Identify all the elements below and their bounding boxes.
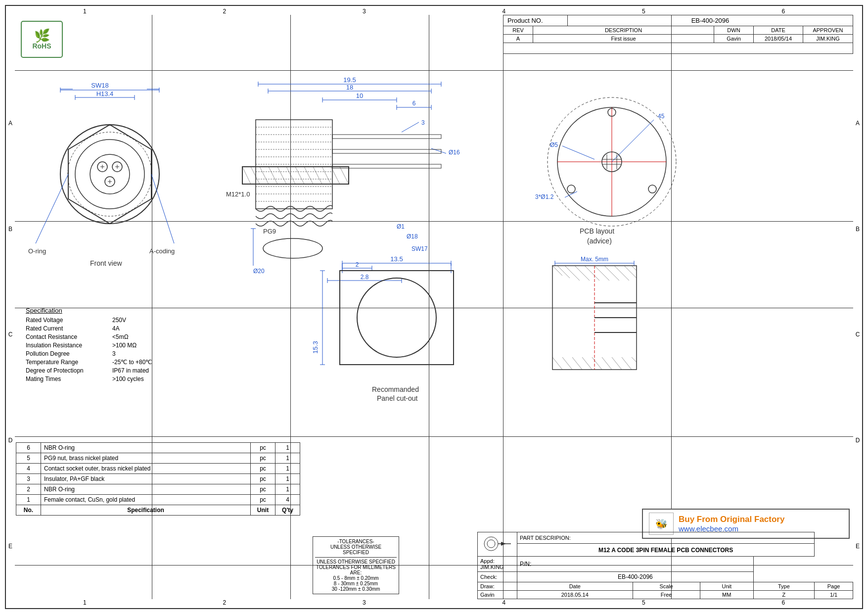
svg-text:45: 45 xyxy=(658,113,665,120)
spec-value-2: <5mΩ xyxy=(112,333,129,340)
bom-row-3: 3 Insulator, PA+GF black pc 1 xyxy=(16,474,300,484)
spec-value-7: >100 cycles xyxy=(112,376,144,382)
tolerances-line2: UNLESS OTHERWISE xyxy=(315,544,397,550)
col-label-5: 5 xyxy=(574,8,714,15)
final-table: PART DESCRIPION: M12 A CODE 3PIN FEMALE … xyxy=(477,532,853,599)
svg-text:6: 6 xyxy=(412,100,416,107)
product-no-value: EB-400-2096 xyxy=(568,15,853,26)
bom-header-spec: Specification xyxy=(41,505,251,516)
svg-line-147 xyxy=(592,357,602,370)
svg-text:PCB layout: PCB layout xyxy=(580,227,614,235)
spec-label-7: Mating Times xyxy=(26,376,112,382)
bom-spec-1: Female contact, CuSn, gold plated xyxy=(41,495,251,505)
bom-spec-3: Insulator, PA+GF black xyxy=(41,474,251,484)
svg-line-134 xyxy=(557,266,570,278)
product-no-row: Product NO. EB-400-2096 xyxy=(503,15,853,26)
row-labels-right: A B C D E xyxy=(855,70,861,599)
svg-rect-76 xyxy=(332,149,441,153)
svg-line-64 xyxy=(251,167,260,184)
svg-line-71 xyxy=(313,167,322,184)
svg-text:15.3: 15.3 xyxy=(313,341,319,353)
td-dwn: Gavin xyxy=(714,35,754,43)
type-label-cell: Type xyxy=(753,582,814,591)
svg-line-69 xyxy=(295,167,304,184)
part-desc-label: PART DESCRIPION: xyxy=(517,532,815,544)
svg-text:SW17: SW17 xyxy=(411,245,428,252)
svg-line-136 xyxy=(575,266,590,281)
spec-value-4: 3 xyxy=(112,350,116,357)
svg-line-146 xyxy=(582,357,592,370)
bom-no-3: 3 xyxy=(16,474,41,484)
svg-point-156 xyxy=(484,537,498,551)
column-labels-top: 1 2 3 4 5 6 xyxy=(15,8,853,15)
bom-header-row: No. Specification Unit Q'ty xyxy=(16,505,300,516)
date-label-cell: Date xyxy=(517,582,633,591)
grid-row-a xyxy=(15,70,853,71)
bom-no-5: 5 xyxy=(16,453,41,464)
product-no-label: Product NO. xyxy=(503,15,568,26)
svg-text:Recommanded: Recommanded xyxy=(372,385,419,393)
svg-text:18: 18 xyxy=(346,84,353,91)
svg-text:13.5: 13.5 xyxy=(390,255,403,263)
col-label-1: 1 xyxy=(15,8,155,15)
spec-value-6: IP67 in mated xyxy=(112,367,149,374)
pn-cell: P/N: xyxy=(517,557,754,572)
svg-line-74 xyxy=(340,167,349,184)
grid-row-d xyxy=(15,436,853,437)
svg-line-143 xyxy=(552,357,562,370)
tolerances-line8: 30 -120mm ± 0.30mm xyxy=(315,586,397,592)
bom-unit-4: pc xyxy=(251,464,275,474)
spec-row-2: Contact Resistance <5mΩ xyxy=(26,333,152,340)
svg-line-140 xyxy=(614,266,629,281)
td-rev: A xyxy=(503,35,533,43)
svg-line-46 xyxy=(402,122,419,132)
col-label-3: 3 xyxy=(294,8,434,15)
final-row-5: Draw: Date Scale Unit Type Page xyxy=(478,582,853,591)
td-date: 2018/05/14 xyxy=(754,35,803,43)
svg-point-157 xyxy=(487,540,495,548)
spec-row-4: Pollution Degree 3 xyxy=(26,350,152,357)
spec-value-1: 4A xyxy=(112,325,120,332)
tolerances-line7: 8 - 30mm ± 0.25mm xyxy=(315,581,397,586)
page-label-cell: Page xyxy=(815,582,853,591)
final-row-2: M12 A CODE 3PIN FEMALE PCB CONNECTORS xyxy=(478,544,853,557)
final-row-6: Gavin 2018.05.14 Free MM Z 1/1 xyxy=(478,591,853,599)
col-label-2: 2 xyxy=(155,8,295,15)
svg-line-137 xyxy=(585,266,599,281)
svg-text:H13.4: H13.4 xyxy=(96,90,114,97)
svg-text:PG9: PG9 xyxy=(263,228,276,235)
svg-point-103 xyxy=(648,185,656,193)
bom-qty-6: 1 xyxy=(275,443,300,453)
buy-text-group: Buy From Original Factory www.elecbee.co… xyxy=(679,515,784,533)
svg-text:Panel cut-out: Panel cut-out xyxy=(377,394,418,402)
scale-value-cell: Free xyxy=(633,591,700,599)
final-row-3: Appd: JIM.KING P/N: xyxy=(478,557,853,572)
spec-label-3: Insulation Resistance xyxy=(26,342,112,349)
check-cell: Check: xyxy=(478,572,517,582)
final-row-4: Check: EB-400-2096 xyxy=(478,572,853,582)
tolerances-extra: UNLESS OTHERWISE SPECIFIED TOLERANCES FO… xyxy=(315,557,397,592)
svg-marker-159 xyxy=(501,542,506,546)
spec-label-1: Rated Current xyxy=(26,325,112,332)
pn-label: P/N: xyxy=(520,561,531,567)
svg-point-12 xyxy=(75,140,144,209)
spec-value-0: 250V xyxy=(112,317,126,324)
title-data-row: A First issue Gavin 2018/05/14 JIM.KING xyxy=(503,34,853,43)
title-block: Product NO. EB-400-2096 REV DESCRIPTION … xyxy=(503,15,853,54)
svg-text:A-coding: A-coding xyxy=(149,247,175,255)
bom-header-qty: Q'ty xyxy=(275,505,300,516)
column-labels-bottom: 1 2 3 4 5 6 xyxy=(15,599,853,606)
part-desc-label-text: PART DESCRIPION: xyxy=(520,535,571,541)
svg-rect-75 xyxy=(332,135,441,139)
spec-value-5: -25℃ to +80℃ xyxy=(112,359,152,366)
bom-qty-5: 1 xyxy=(275,453,300,464)
svg-text:Ø16: Ø16 xyxy=(449,149,460,156)
spec-row-5: Temperature Range -25℃ to +80℃ xyxy=(26,359,152,366)
spec-row-3: Insulation Resistance >100 MΩ xyxy=(26,342,152,349)
spec-label-0: Rated Voltage xyxy=(26,317,112,324)
draw-label-cell: Draw: xyxy=(478,582,517,591)
td-approven: JIM.KING xyxy=(803,35,853,43)
svg-line-101 xyxy=(562,146,594,159)
spec-row-6: Degree of Protectiopn IP67 in mated xyxy=(26,367,152,374)
th-dwn: DWN xyxy=(714,26,754,34)
